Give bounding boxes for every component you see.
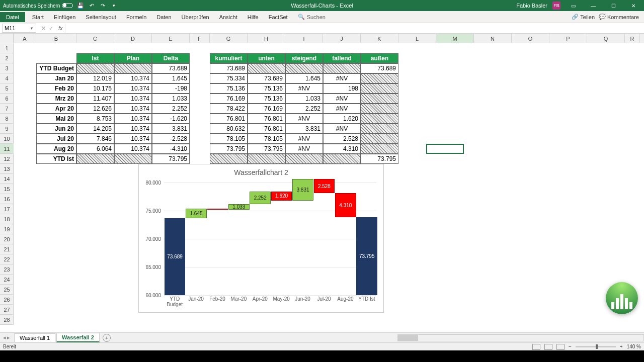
cell-I2[interactable]: steigend <box>285 53 323 63</box>
cell-D2[interactable]: Plan <box>114 53 152 63</box>
cell-D7[interactable]: 10.374 <box>114 104 152 114</box>
cell-E8[interactable]: -1.620 <box>152 114 190 124</box>
row-header-7[interactable]: 7 <box>0 104 14 114</box>
zoom-in-icon[interactable]: + <box>620 344 623 349</box>
add-sheet-button[interactable]: + <box>103 334 111 342</box>
cell-E10[interactable]: -2.528 <box>152 134 190 144</box>
cell-B4[interactable]: Jan 20 <box>36 73 76 83</box>
tab-review[interactable]: Überprüfen <box>177 12 214 22</box>
row-header-24[interactable]: 24 <box>0 275 14 285</box>
row-header-4[interactable]: 4 <box>0 73 14 83</box>
cell-E12[interactable]: 73.795 <box>152 154 190 164</box>
comments-button[interactable]: 💬 Kommentare <box>599 14 639 20</box>
grid[interactable]: ABCDEFGHIJKLMNOPQR 123456789101112131415… <box>0 34 644 332</box>
cell-G3[interactable]: 73.689 <box>210 63 248 73</box>
cell-D9[interactable]: 10.374 <box>114 124 152 134</box>
cell-J12[interactable] <box>323 154 361 164</box>
cell-G2[interactable]: kumuliert <box>210 53 248 63</box>
row-header-15[interactable]: 15 <box>0 184 14 194</box>
col-header-M[interactable]: M <box>436 34 474 43</box>
cell-K11[interactable] <box>361 144 398 154</box>
user-name[interactable]: Fabio Basler <box>516 3 547 9</box>
share-button[interactable]: 🔗 Teilen <box>572 14 595 20</box>
cell-J6[interactable]: #NV <box>323 94 361 104</box>
sheet-tab-1[interactable]: Wasserfall 1 <box>14 333 55 342</box>
cell-G8[interactable]: 76.801 <box>210 114 248 124</box>
col-header-E[interactable]: E <box>152 34 190 43</box>
cell-B11[interactable]: Aug 20 <box>36 144 76 154</box>
cell-G6[interactable]: 76.169 <box>210 94 248 104</box>
cell-C3[interactable] <box>76 63 114 73</box>
row-header-5[interactable]: 5 <box>0 83 14 94</box>
cell-C11[interactable]: 6.064 <box>76 144 114 154</box>
cell-K12[interactable]: 73.795 <box>361 154 398 164</box>
cell-K7[interactable] <box>361 104 398 114</box>
col-header-A[interactable]: A <box>14 34 36 43</box>
fx-icon[interactable]: fx <box>56 25 65 31</box>
cell-H7[interactable]: 76.169 <box>248 104 285 114</box>
redo-icon[interactable]: ↷ <box>99 2 106 9</box>
row-header-10[interactable]: 10 <box>0 134 14 144</box>
row-header-1[interactable]: 1 <box>0 43 14 53</box>
cell-C8[interactable]: 8.753 <box>76 114 114 124</box>
cell-H5[interactable]: 75.136 <box>248 83 285 94</box>
cell-H3[interactable] <box>248 63 285 73</box>
cell-H4[interactable]: 73.689 <box>248 73 285 83</box>
cell-D8[interactable]: 10.374 <box>114 114 152 124</box>
view-normal-icon[interactable] <box>532 344 540 350</box>
cell-C10[interactable]: 7.846 <box>76 134 114 144</box>
maximize-icon[interactable]: ☐ <box>606 1 621 10</box>
cell-C4[interactable]: 12.019 <box>76 73 114 83</box>
cell-D11[interactable]: 10.374 <box>114 144 152 154</box>
cell-K2[interactable]: außen <box>361 53 398 63</box>
cell-K10[interactable] <box>361 134 398 144</box>
cell-E6[interactable]: 1.033 <box>152 94 190 104</box>
tab-data[interactable]: Daten <box>151 12 176 22</box>
cell-H2[interactable]: unten <box>248 53 285 63</box>
sheet-tab-2[interactable]: Wasserfall 2 <box>56 333 100 342</box>
cell-K6[interactable] <box>361 94 398 104</box>
row-header-26[interactable]: 26 <box>0 295 14 305</box>
cell-B8[interactable]: Mai 20 <box>36 114 76 124</box>
col-header-C[interactable]: C <box>76 34 114 43</box>
cell-J3[interactable] <box>323 63 361 73</box>
tab-insert[interactable]: Einfügen <box>49 12 80 22</box>
cell-D6[interactable]: 10.374 <box>114 94 152 104</box>
cell-H8[interactable]: 76.801 <box>248 114 285 124</box>
close-icon[interactable]: ✕ <box>626 1 641 10</box>
cell-E7[interactable]: 2.252 <box>152 104 190 114</box>
cell-B3[interactable]: YTD Budget <box>36 63 76 73</box>
row-header-23[interactable]: 23 <box>0 264 14 275</box>
cell-C12[interactable] <box>76 154 114 164</box>
col-header-J[interactable]: J <box>323 34 361 43</box>
cell-B10[interactable]: Jul 20 <box>36 134 76 144</box>
cell-I4[interactable]: 1.645 <box>285 73 323 83</box>
cell-J11[interactable]: 4.310 <box>323 144 361 154</box>
col-header-F[interactable]: F <box>190 34 210 43</box>
col-header-H[interactable]: H <box>248 34 285 43</box>
cell-C5[interactable]: 10.175 <box>76 83 114 94</box>
cell-K8[interactable] <box>361 114 398 124</box>
cell-G10[interactable]: 78.105 <box>210 134 248 144</box>
search-box[interactable]: 🔍 Suchen <box>298 14 326 20</box>
zoom-slider[interactable] <box>576 346 616 347</box>
cell-D12[interactable] <box>114 154 152 164</box>
horizontal-scrollbar[interactable] <box>397 334 644 341</box>
cell-D5[interactable]: 10.374 <box>114 83 152 94</box>
cell-G9[interactable]: 80.632 <box>210 124 248 134</box>
cell-G4[interactable]: 75.334 <box>210 73 248 83</box>
accept-formula-icon[interactable]: ✓ <box>49 25 53 32</box>
cell-B9[interactable]: Jun 20 <box>36 124 76 134</box>
tab-view[interactable]: Ansicht <box>214 12 243 22</box>
cell-E5[interactable]: -198 <box>152 83 190 94</box>
cell-E11[interactable]: -4.310 <box>152 144 190 154</box>
cell-I8[interactable]: #NV <box>285 114 323 124</box>
col-header-G[interactable]: G <box>210 34 248 43</box>
cell-D10[interactable]: 10.374 <box>114 134 152 144</box>
row-header-6[interactable]: 6 <box>0 94 14 104</box>
cell-G12[interactable] <box>210 154 248 164</box>
save-icon[interactable]: 💾 <box>77 2 84 9</box>
col-header-D[interactable]: D <box>114 34 152 43</box>
cell-E4[interactable]: 1.645 <box>152 73 190 83</box>
row-header-27[interactable]: 27 <box>0 305 14 315</box>
